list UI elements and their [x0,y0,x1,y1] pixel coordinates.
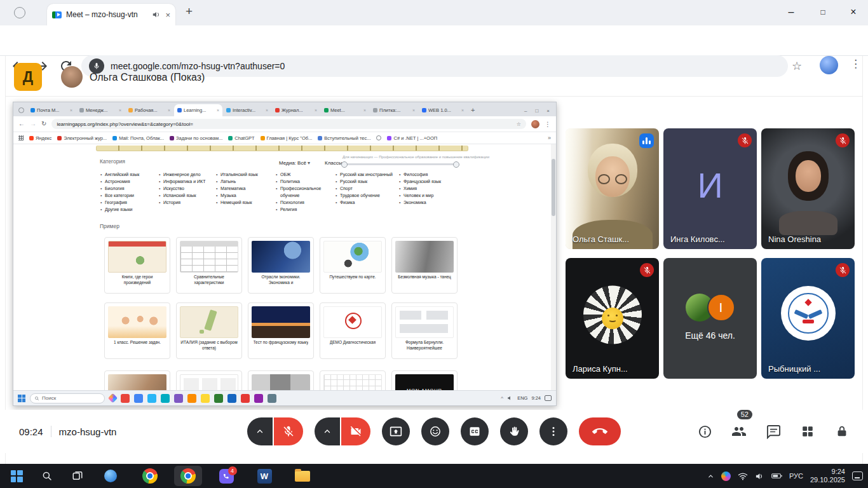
chrome-icon[interactable] [136,464,164,488]
example-thumbnail [323,306,382,338]
captions-button[interactable] [461,417,489,445]
category-link: Человек и мир [398,192,454,199]
example-thumbnail [108,306,166,338]
raise-hand-button[interactable] [500,417,528,445]
task-view-button[interactable] [64,464,92,488]
bookmark-icon [376,135,381,140]
category-link: Политика [275,178,331,185]
shared-tab: Рабочая...× [125,104,173,116]
tab-search-icon[interactable] [14,7,25,18]
org-logo: Д [14,63,42,91]
word-icon[interactable]: W [250,464,278,488]
mic-options-chevron-icon[interactable] [247,417,273,445]
taskbar-search-button[interactable] [33,464,61,488]
meet-favicon [52,11,62,18]
tray-expand-icon[interactable] [707,473,714,480]
category-link: Латынь [215,178,271,185]
category-link: Другие языки [100,206,154,213]
window-maximize-button[interactable]: □ [808,0,837,24]
example-card: Сравнительные характеристики [176,237,242,294]
info-button[interactable] [696,423,713,440]
copilot-icon[interactable] [721,471,731,481]
participant-tile-olga[interactable]: Ольга Сташк... [566,128,659,249]
mic-off-icon [836,133,850,147]
category-link: География [100,199,154,206]
example-card: 1 класс. Решение задач. [104,302,170,359]
browser-menu-icon[interactable]: ⋮ [850,57,861,71]
avatar-letter: И [697,165,722,206]
example-thumbnail [323,374,382,390]
example-card [176,370,242,390]
slider-knob-right [453,161,459,168]
shared-close-icon: × [546,108,550,114]
chat-button[interactable] [765,423,782,440]
shared-scrollbar [551,144,556,390]
camera-options-chevron-icon[interactable] [315,417,340,445]
taskbar-clock[interactable]: 9:24 29.10.2025 [810,468,845,484]
participant-name: Лариса Купн... [573,364,628,374]
mic-off-button[interactable] [274,417,303,445]
participant-tile-larisa[interactable]: Лариса Купн... [566,258,659,379]
category-link: Философия [398,171,454,178]
window-close-button[interactable]: × [839,0,868,24]
url-text: meet.google.com/mzo-hsug-vtn?authuser=0 [111,61,285,71]
shared-app-icon [174,394,183,403]
viber-icon[interactable]: 4 [212,464,240,488]
profile-avatar[interactable] [820,56,838,74]
shared-forward-icon: → [30,121,36,127]
participant-tile-rybnitsky[interactable]: Рыбницкий ... [761,258,855,379]
new-tab-button[interactable]: + [186,5,193,17]
shared-star-icon: ☆ [517,121,521,127]
examples-row: 1 класс. Решение задач. ИТАЛИЯ (задание … [104,302,458,359]
bookmark-star-icon[interactable]: ☆ [792,58,802,74]
participant-name: Nina Oreshina [768,234,821,244]
volume-icon[interactable] [755,472,764,480]
tab-close-icon[interactable]: × [165,11,170,19]
media-filter: Медиа: Всё ▾ [279,160,310,166]
shared-tab: WEB 1.0...× [419,104,467,116]
shared-system-tray: ^ ENG 9:24 [501,395,552,401]
participant-name: Рыбницкий ... [768,364,820,374]
participant-tile-overflow[interactable]: I Ещё 46 чел. [663,258,757,379]
people-button[interactable] [731,423,747,440]
shared-address-bar: learningapps.org/index.php?overview&s=&c… [51,119,526,129]
window-minimize-button[interactable]: – [776,0,806,24]
overflow-avatars: I [686,294,735,322]
example-card: Тест по французскому языку [248,302,314,359]
camera-off-button[interactable] [341,417,370,445]
notification-center-icon[interactable] [852,471,863,480]
activities-button[interactable] [799,423,816,440]
battery-icon[interactable] [771,473,782,479]
host-controls-button[interactable] [834,423,850,440]
shared-maximize-icon: □ [535,108,538,114]
daisy-center-art [602,308,623,329]
reactions-button[interactable] [421,417,449,445]
tab-audio-icon[interactable] [152,10,161,19]
shared-screen-presentation[interactable]: Почта M...× Менедж...× Рабочая...× Learn… [13,102,557,406]
end-call-button[interactable] [579,417,621,445]
participant-tile-nina[interactable]: Nina Oreshina [761,128,855,249]
wifi-icon[interactable] [738,472,748,480]
chrome-active-icon[interactable] [174,466,202,486]
browser-tab-strip: Meet – mzo-hsug-vtn × + – □ × [0,0,868,25]
screen: Meet – mzo-hsug-vtn × + – □ × meet.googl… [0,0,868,488]
browser-tab[interactable]: Meet – mzo-hsug-vtn × [47,4,175,25]
meeting-time: 09:24 [19,426,43,437]
classes-range-slider [342,163,458,165]
present-button[interactable] [382,417,410,445]
start-button[interactable] [3,464,31,488]
shared-tab-search-icon [18,107,24,113]
header-divider [5,96,863,97]
keyboard-language[interactable]: РУС [789,472,803,480]
category-link: Профессиональное обучение [275,185,331,199]
participant-tile-inga[interactable]: И Инга Киловс... [663,128,757,249]
file-explorer-icon[interactable] [288,464,316,488]
presenter-name: Ольга Сташкова (Показ) [90,72,205,83]
category-link: Музыка [215,192,271,199]
shared-page-content: Для начинающих — Профессиональное образо… [13,144,556,390]
taskbar-app-icon[interactable] [97,464,125,488]
more-options-button[interactable] [539,417,567,445]
shared-scrollbar-thumb [552,159,555,216]
mic-off-icon [836,263,850,277]
example-card [104,370,170,390]
